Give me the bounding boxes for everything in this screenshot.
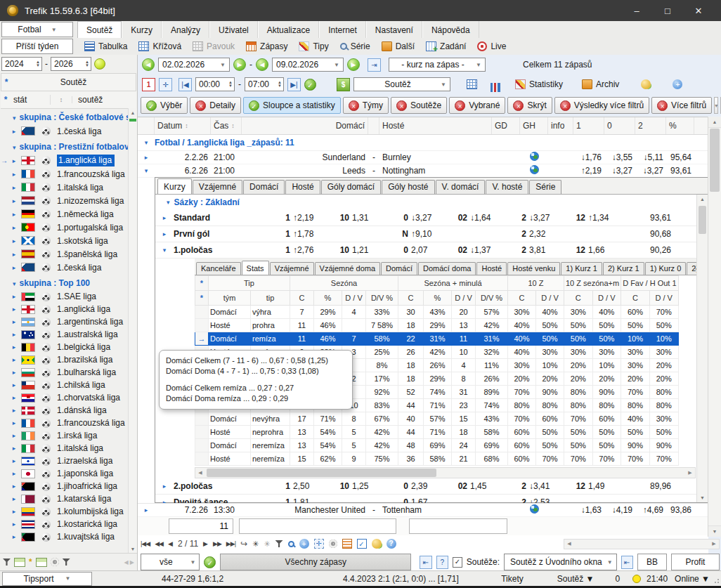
- expand-icon[interactable]: ▸: [8, 171, 20, 178]
- spinner-arrows-icon[interactable]: ▲▼: [227, 81, 234, 88]
- toolbar-zapasy[interactable]: Zápasy: [242, 40, 292, 53]
- coins-icon[interactable]: [641, 79, 651, 89]
- kurz-select[interactable]: - kurz na zápas - ▼: [389, 58, 486, 72]
- filter-souteze[interactable]: ×Soutěže: [391, 97, 447, 114]
- menu-tab-aktualizace[interactable]: Aktualizace: [258, 21, 319, 38]
- column-options-icon[interactable]: *: [1, 77, 11, 87]
- sport-select[interactable]: Fotbal ▼: [1, 22, 73, 37]
- gear-icon[interactable]: [51, 558, 59, 566]
- sort-icon[interactable]: ↕: [51, 96, 72, 103]
- expand-icon[interactable]: ▸: [8, 419, 20, 426]
- minimize-button[interactable]: –: [621, 0, 652, 21]
- sidebar-item-1-argentinska-liga[interactable]: ▸1.argentinská liga: [0, 315, 129, 328]
- calendar-day-icon[interactable]: 1: [142, 78, 155, 91]
- move-icon[interactable]: ✛: [314, 539, 324, 549]
- menu-tab-soutez[interactable]: Soutěž: [77, 21, 122, 38]
- filter-tymy[interactable]: ×Týmy: [343, 97, 389, 114]
- detail-tab-kurzy[interactable]: Kurzy: [157, 178, 192, 194]
- expand-icon[interactable]: ▸: [8, 128, 20, 135]
- scrollbar-thumb[interactable]: [207, 469, 436, 477]
- sort-icon[interactable]: ↕: [185, 122, 188, 129]
- sidebar-item-1-kostaricka-liga[interactable]: ▸1.kostarická liga: [0, 518, 129, 530]
- back-arrow-icon[interactable]: ⇤: [420, 556, 431, 569]
- expand-icon[interactable]: ▸: [8, 445, 20, 452]
- sort-icon[interactable]: ↕: [231, 122, 235, 129]
- sidebar-item-1-izraelska-liga[interactable]: ▸1.izraelská liga: [0, 455, 129, 467]
- apply-time-icon[interactable]: ✓: [304, 79, 316, 91]
- date-to-select[interactable]: 09.02.2026 ▼: [272, 58, 344, 72]
- sidebar-item-1-spanelska-liga[interactable]: ▸1.španělská liga: [0, 247, 129, 261]
- scroll-right-icon[interactable]: ▶: [709, 540, 719, 549]
- sidebar-item-1-anglicka-liga[interactable]: ▸1.anglická liga: [0, 303, 129, 315]
- souteze-checkbox[interactable]: ✓: [453, 557, 462, 568]
- bets-section-header[interactable]: ▾ Sázky : Základní: [155, 195, 708, 210]
- match-col-header-0[interactable]: 0: [604, 117, 635, 134]
- sidebar-item-1-nemecka-liga[interactable]: ▸1.německá liga: [0, 207, 129, 221]
- expand-icon[interactable]: ▸: [8, 197, 20, 204]
- stats-row[interactable]: Hosténeprohra1354%542%4471%1858%60%50%50…: [195, 426, 679, 439]
- stats-tab-1-kurz-1[interactable]: 1) Kurz 1: [561, 262, 602, 275]
- maximize-button[interactable]: □: [652, 0, 683, 21]
- collapse-icon[interactable]: ▾: [138, 139, 155, 146]
- collapse-icon[interactable]: ▾: [13, 280, 16, 287]
- stats-row[interactable]: Domácívýhra729%433%3043%2057%30%40%30%40…: [195, 306, 679, 319]
- back-arrow-icon[interactable]: ⇤: [621, 556, 633, 569]
- match-col-header-domaci[interactable]: Domácí: [242, 117, 368, 134]
- period-button[interactable]: Příští týden: [1, 39, 73, 54]
- expand-icon[interactable]: ▸: [8, 306, 20, 313]
- wizard-wand-icon[interactable]: *: [29, 557, 32, 567]
- sidebar-item-1-kolumbijska-liga[interactable]: ▸1.kolumbijská liga: [0, 505, 129, 518]
- prev-record-icon[interactable]: ◀: [168, 540, 173, 547]
- stats-tab-stats[interactable]: Stats: [242, 261, 269, 275]
- expand-icon[interactable]: ▸: [8, 237, 20, 244]
- clipboard-icon[interactable]: [342, 539, 352, 549]
- expand-icon[interactable]: ▸: [8, 521, 20, 528]
- money-icon[interactable]: $: [337, 78, 350, 91]
- bet-row-standard[interactable]: ▸Standard1↑2,19101,310↓3,2702↓1,642↓3,27…: [155, 210, 708, 226]
- scroll-left-icon[interactable]: ◀: [564, 540, 574, 549]
- soutez-select[interactable]: Soutěž ▼: [353, 77, 450, 91]
- gear-icon[interactable]: [329, 540, 337, 548]
- menu-tab-napoveda[interactable]: Nápověda: [422, 21, 479, 38]
- year-from-spinner[interactable]: 2024 ▲▼: [1, 57, 42, 71]
- match-col-header-info[interactable]: info: [548, 117, 573, 134]
- scroll-left-right-icons[interactable]: ◀ ▶: [124, 559, 134, 566]
- apply-range-icon[interactable]: ⇥: [368, 58, 381, 72]
- sidebar-item-1-italska-liga[interactable]: ▸1.italská liga: [0, 181, 129, 194]
- match-col-header-gd[interactable]: GD: [492, 117, 520, 134]
- confirm-icon[interactable]: ✓: [204, 556, 216, 568]
- bet-row-1-polocas[interactable]: ▾1.poločas1↑2,76101,2102,0702↓1,3723,811…: [155, 242, 708, 259]
- tikety-button[interactable]: Tikety: [501, 574, 524, 584]
- archive-icon[interactable]: [582, 79, 592, 89]
- sidebar-item-1-australska-liga[interactable]: ▸1.australská liga: [0, 328, 129, 341]
- column-header-soutez[interactable]: soutěž: [72, 95, 136, 105]
- expand-icon[interactable]: ▸: [8, 470, 20, 477]
- detail-tab-domaci[interactable]: Domácí: [243, 180, 285, 194]
- sidebar-item-1-katarska-liga[interactable]: ▸1.katarská liga: [0, 492, 129, 505]
- expand-icon[interactable]: ▸: [8, 432, 20, 439]
- statistics-button[interactable]: Statistiky: [529, 79, 563, 89]
- bookmaker-select[interactable]: Tipsport ▼: [2, 572, 92, 586]
- stats-tab-domaci[interactable]: Domácí: [381, 262, 417, 275]
- sidebar-group-1[interactable]: ▾skupina : Prestižní fotbalové s: [0, 138, 129, 154]
- sidebar-item-1-ceska-liga[interactable]: ▸1.česká liga: [0, 261, 129, 274]
- sidebar-item-1-belgicka-liga[interactable]: ▸1.belgická liga: [0, 341, 129, 353]
- sidebar-item-1-danska-liga[interactable]: ▸1.dánská liga: [0, 404, 129, 417]
- time-from-spinner[interactable]: 00:00 ▲▼: [195, 77, 235, 91]
- stats-row[interactable]: Domácínevýhra1771%867%4057%1543%70%60%70…: [195, 412, 679, 426]
- last-record-icon[interactable]: ▶▶|: [226, 540, 235, 547]
- first-record-icon[interactable]: |◀◀: [141, 540, 150, 547]
- spinner-arrows-icon[interactable]: ▲▼: [34, 60, 41, 67]
- scroll-right-icon[interactable]: ▶: [685, 468, 695, 478]
- toolbar-live[interactable]: Live: [473, 40, 510, 53]
- expand-icon[interactable]: ▸: [8, 224, 20, 231]
- scroll-down-icon[interactable]: ▼: [708, 525, 721, 537]
- match-col-header-1[interactable]: 1: [573, 117, 604, 134]
- expand-icon[interactable]: ▸: [8, 157, 20, 164]
- soutez-source-select[interactable]: Soutěž z Úvodního okna ▼: [504, 554, 616, 570]
- online-select[interactable]: Online ▼: [675, 574, 710, 584]
- expand-icon[interactable]: ▸: [8, 381, 20, 388]
- match-row[interactable]: ▸2.2.2621:00Sunderland-Burnley↓1,76↓3,55…: [138, 151, 708, 164]
- stats-tab-hoste[interactable]: Hosté: [476, 262, 507, 275]
- sidebar-item-1-irska-liga[interactable]: ▸1.irská liga: [0, 429, 129, 442]
